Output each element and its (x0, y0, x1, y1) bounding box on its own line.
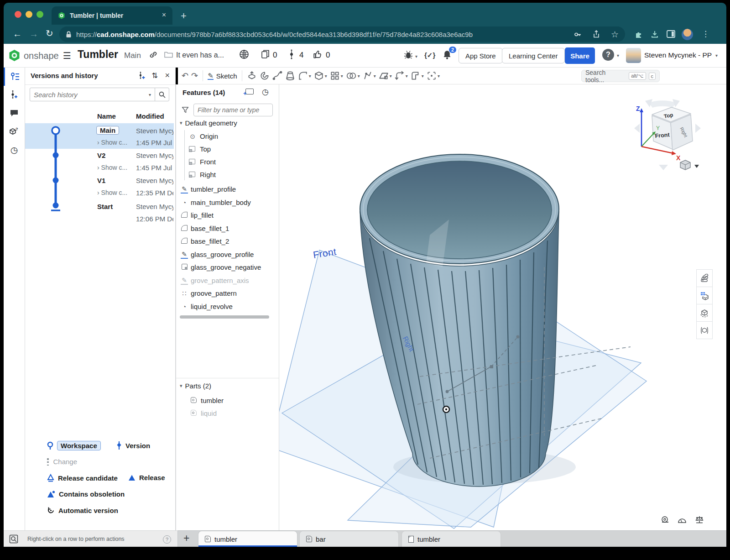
create-version-icon[interactable] (138, 71, 146, 80)
feature-plane-front[interactable]: Front (176, 157, 279, 168)
view-options-caret-icon[interactable] (694, 165, 699, 168)
version-name[interactable]: V2 (97, 152, 105, 159)
search-button[interactable] (155, 88, 169, 101)
feature-item[interactable]: ∷ groove_pattern (176, 288, 279, 300)
origin-marker[interactable] (443, 406, 449, 413)
shell-caret-icon[interactable]: ▾ (325, 73, 327, 79)
pattern-tool-icon[interactable]: ▾ (330, 71, 343, 81)
search-tools-box[interactable]: Search tools... alt/⌥ c (581, 70, 660, 82)
workspace-name[interactable]: Main (124, 51, 141, 60)
model-help-panel-button[interactable]: ? (4, 122, 25, 141)
tab-tumbler-active[interactable]: tumbler (198, 531, 297, 547)
link-icon[interactable] (149, 50, 158, 59)
chevron-down-icon[interactable]: ▾ (180, 383, 182, 389)
folder-icon[interactable] (164, 51, 173, 58)
undo-icon[interactable]: ↶ (182, 71, 188, 81)
shell-tool-icon[interactable]: ▾ (314, 71, 327, 81)
public-globe-icon[interactable] (239, 49, 249, 59)
version-row-v1[interactable]: V1 › Show c... Steven Mycy 12:35 PM De (25, 174, 174, 199)
share-icon[interactable] (593, 30, 600, 38)
protractor-icon[interactable] (677, 515, 687, 524)
bookmark-star-icon[interactable]: ☆ (611, 29, 619, 40)
boolean-caret-icon[interactable]: ▾ (358, 73, 360, 79)
model-viewport[interactable]: Front Right Top Front Right Z (279, 84, 726, 530)
folder-name[interactable]: It even has a... (176, 51, 227, 59)
history-panel-button[interactable]: ◷ (4, 141, 25, 159)
search-history-box[interactable]: ▾ (30, 88, 169, 101)
view-cube[interactable]: Top Front Right Z Y X (631, 93, 704, 174)
document-title[interactable]: Tumbler (78, 48, 118, 61)
compare-versions-icon[interactable]: ⇅ (152, 71, 158, 80)
share-button[interactable]: Share (565, 47, 595, 64)
fillet-caret-icon[interactable]: ▾ (309, 73, 311, 79)
browser-profile-avatar[interactable] (682, 29, 693, 40)
minimize-window-button[interactable] (26, 11, 32, 18)
default-geometry-group[interactable]: ▾ Default geometry (180, 119, 237, 127)
tab-tumbler-drawing[interactable]: tumbler (402, 531, 501, 547)
feature-plane-top[interactable]: Top (176, 144, 279, 156)
feature-item[interactable]: ✎ glass_groove_profile (176, 249, 279, 261)
create-version-button[interactable] (4, 86, 25, 104)
display-states-panel-button[interactable] (696, 304, 713, 322)
download-icon[interactable] (651, 30, 659, 38)
sheet-metal-caret-icon[interactable]: ▾ (422, 73, 424, 79)
report-bug-icon[interactable] (403, 50, 413, 60)
mate-caret-icon[interactable]: ▾ (438, 73, 440, 79)
help-caret-icon[interactable]: ▾ (617, 53, 619, 58)
feature-plane-right[interactable]: Right (176, 169, 279, 181)
extensions-puzzle-icon[interactable] (634, 30, 643, 39)
help-button[interactable]: ? (602, 49, 614, 61)
learning-center-button[interactable]: Learning Center (502, 48, 565, 63)
version-row-main[interactable]: Main › Show c... Steven Mycy 1:45 PM Jul (25, 123, 174, 149)
search-document-icon[interactable] (9, 534, 18, 544)
appearance-panel-button[interactable] (696, 269, 713, 287)
rollback-history-icon[interactable]: ◷ (262, 87, 269, 97)
sheet-metal-tool-icon[interactable]: ▾ (411, 71, 424, 81)
fillet-tool-icon[interactable]: ▾ (298, 71, 311, 81)
version-row-v2[interactable]: V2 › Show c... Steven Mycy 1:45 PM Jul (25, 149, 174, 174)
onshape-logo[interactable] (8, 49, 21, 62)
filter-funnel-icon[interactable] (182, 106, 189, 114)
revolve-tool-icon[interactable] (260, 71, 270, 81)
browser-menu-dots-icon[interactable]: ⋮ (702, 29, 709, 39)
hamburger-menu-icon[interactable]: ☰ (63, 50, 71, 61)
show-changes-link[interactable]: › Show c... (97, 189, 127, 196)
feature-item[interactable]: base_fillet_2 (176, 236, 279, 248)
feature-item[interactable]: ◔ main_tumbler_body (176, 197, 279, 209)
feature-item[interactable]: lip_fillet (176, 210, 279, 222)
show-changes-link[interactable]: › Show c... (97, 164, 127, 171)
thumbs-up-icon[interactable] (313, 49, 323, 59)
transform-tool-icon[interactable]: ▾ (395, 71, 408, 81)
feature-item-suppressed[interactable]: ✎ grove_pattern_axis (176, 275, 279, 287)
parts-group[interactable]: ▾ Parts (2) (180, 382, 211, 390)
copies-icon[interactable] (261, 49, 270, 59)
view-options-cube-icon[interactable] (680, 160, 690, 170)
user-name[interactable]: Steven Mycynek - PP (644, 51, 712, 59)
feature-origin[interactable]: ⊙ Origin (176, 131, 279, 143)
feature-script-icon[interactable]: {✓} (424, 51, 435, 59)
forward-icon[interactable]: → (29, 29, 38, 38)
redo-icon[interactable]: ↷ (191, 71, 198, 81)
close-window-button[interactable] (15, 11, 21, 18)
version-row-start[interactable]: Start Steven Mycy 12:06 PM De (25, 199, 174, 224)
versions-count-icon[interactable] (289, 49, 294, 60)
address-bar[interactable]: https://cad.onshape.com/documents/978bb7… (59, 26, 625, 42)
back-icon[interactable]: ← (13, 29, 22, 38)
custom-tables-panel-button[interactable] (696, 322, 713, 339)
password-key-icon[interactable] (574, 31, 582, 38)
loft-tool-icon[interactable] (285, 71, 295, 81)
modify-fillet-tool-icon[interactable]: ▾ (363, 71, 376, 81)
part-item-hidden[interactable]: liquid (176, 408, 279, 420)
user-avatar[interactable] (626, 48, 641, 63)
tab-close-icon[interactable]: × (162, 11, 166, 19)
plane-tool-icon[interactable]: ▾ (379, 71, 392, 81)
browser-tab[interactable]: Tumbler | tumbler × (52, 6, 172, 25)
pattern-caret-icon[interactable]: ▾ (341, 73, 343, 79)
transform-caret-icon[interactable]: ▾ (406, 73, 408, 79)
zoom-window-button[interactable] (36, 11, 43, 18)
app-store-button[interactable]: App Store (459, 48, 503, 63)
reload-icon[interactable]: ↻ (46, 29, 53, 38)
chevron-down-icon[interactable]: ▾ (180, 120, 182, 126)
feature-item[interactable]: base_fillet_1 (176, 223, 279, 235)
extrude-tool-icon[interactable] (247, 71, 257, 81)
